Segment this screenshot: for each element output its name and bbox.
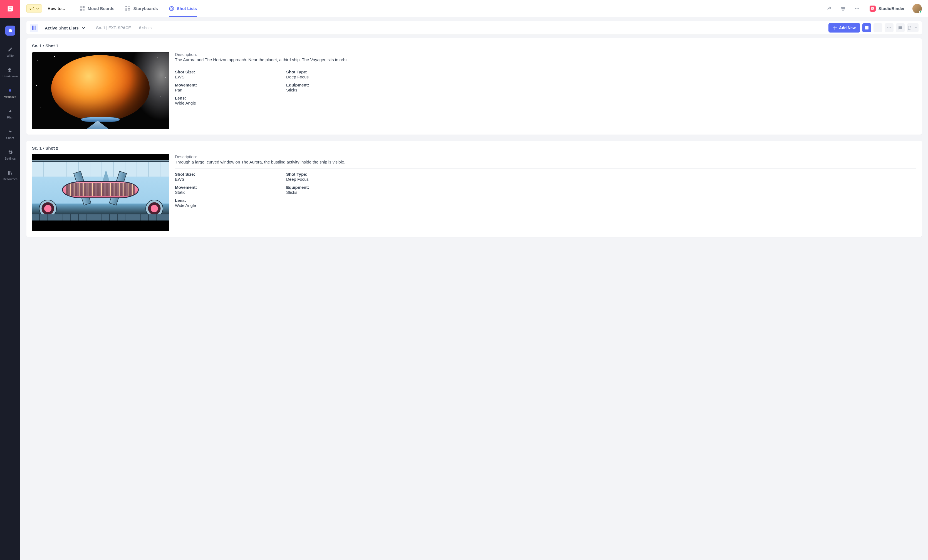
separator [135,24,135,32]
description-text: The Aurora and The Horizon approach. Nea… [175,57,916,62]
svg-rect-8 [125,9,127,11]
svg-point-12 [856,8,857,9]
sidebar-item-shoot[interactable]: Shoot [6,129,14,140]
svg-rect-15 [34,26,35,30]
sidebar-item-label: Visualize [4,95,17,98]
tab-shot-lists[interactable]: Shot Lists [169,0,197,17]
svg-rect-2 [80,9,82,11]
sidebar-item-settings[interactable]: Settings [5,150,16,160]
board-icon [125,6,130,11]
svg-rect-9 [128,9,130,11]
export-pdf-button[interactable] [873,23,882,32]
svg-rect-0 [80,6,82,8]
shot-image[interactable] [32,154,169,231]
equipment: Equipment: Sticks [286,82,386,92]
movement: Movement: Static [175,185,275,195]
shot-image[interactable] [32,52,169,129]
ellipsis-icon [854,6,860,11]
sidebar-item-visualize[interactable]: Visualize [4,88,17,98]
sub-toolbar: Active Shot Lists Sc. 1 | EXT. SPACE 6 s… [26,21,922,35]
sidebar-item-resources[interactable]: Resources [3,170,18,181]
card-view-button[interactable] [862,23,871,32]
brand-text: StudioBinder [879,6,905,11]
cursor-icon [8,129,13,134]
svg-point-11 [855,8,856,9]
topbar: v 4 How to... Mood Boards Storyboards Sh… [20,0,928,17]
sidebar-item-write[interactable]: Write [7,47,14,57]
share-icon [826,6,832,11]
shot-details: Description: Through a large, curved win… [175,154,916,231]
more-tools-button[interactable] [885,23,893,32]
svg-rect-7 [128,8,130,9]
svg-rect-17 [865,26,868,29]
sidebar-item-label: Plan [7,116,13,119]
layout-icon [908,26,914,30]
description-text: Through a large, curved window on The Au… [175,160,916,164]
chat-button[interactable] [896,23,905,32]
aperture-icon [169,6,174,11]
version-label: v 4 [29,6,35,11]
svg-rect-5 [128,6,130,7]
triangle-up-icon [8,108,13,114]
chevron-down-icon [36,7,39,10]
shot-type: Shot Type: Deep Focus [286,172,386,182]
gear-icon [8,150,13,155]
active-shot-lists-dropdown[interactable]: Active Shot Lists [42,26,88,30]
sidebar-item-label: Write [7,54,14,57]
description-label: Description: [175,154,916,159]
tab-label: Mood Boards [88,6,114,11]
brand-badge-icon [870,6,876,12]
shot-details: Description: The Aurora and The Horizon … [175,52,916,129]
scene-label: Sc. 1 | EXT. SPACE [96,26,131,30]
svg-rect-6 [125,8,127,9]
more-button[interactable] [852,4,862,13]
svg-rect-22 [910,26,911,27]
chevron-down-icon [915,26,917,29]
description-label: Description: [175,52,916,57]
equipment: Equipment: Sticks [286,185,386,195]
brand[interactable]: StudioBinder [870,6,905,12]
shot-card[interactable]: Sc. 1 • Shot 2 [26,141,922,237]
separator [92,24,92,32]
sidebar: Write Breakdown Visualize Plan Shoot Set… [0,0,20,560]
status-online-icon [919,11,922,13]
lens: Lens: Wide Angle [175,198,275,208]
shot-list-content: Sc. 1 • Shot 1 Description: Th [20,35,928,560]
tab-storyboards[interactable]: Storyboards [125,0,158,17]
dropdown-label: Active Shot Lists [45,26,79,30]
sidebar-item-label: Resources [3,177,18,181]
sidebar-item-breakdown[interactable]: Breakdown [3,67,18,78]
add-new-label: Add New [839,26,856,30]
lens: Lens: Wide Angle [175,96,275,105]
svg-rect-1 [82,6,84,8]
svg-rect-3 [82,9,84,11]
project-title: How to... [47,6,65,11]
present-button[interactable] [838,4,848,13]
sidebar-project-icon[interactable] [5,26,15,36]
chat-icon [898,26,902,30]
add-new-button[interactable]: Add New [829,23,860,32]
sidebar-item-label: Shoot [6,136,14,140]
ellipsis-icon [887,26,891,30]
layout-dropdown[interactable] [907,23,919,32]
chevron-down-icon [81,26,85,30]
shot-header: Sc. 1 • Shot 1 [32,43,916,48]
svg-rect-14 [32,26,33,30]
download-icon [876,26,880,30]
shot-card[interactable]: Sc. 1 • Shot 1 Description: Th [26,38,922,134]
shot-type: Shot Type: Deep Focus [286,70,386,79]
board-view-button[interactable] [30,24,38,32]
share-button[interactable] [824,4,834,13]
diamond-icon [7,88,13,93]
app-logo[interactable] [0,0,20,18]
separator [175,66,916,66]
version-selector[interactable]: v 4 [26,5,42,12]
shot-size: Shot Size: EWS [175,70,275,79]
grid-icon [80,6,85,11]
user-avatar[interactable] [913,4,922,13]
plus-icon [833,26,837,30]
tab-label: Shot Lists [177,6,197,11]
svg-rect-4 [125,6,127,7]
sidebar-item-plan[interactable]: Plan [7,108,13,119]
tab-mood-boards[interactable]: Mood Boards [80,0,114,17]
